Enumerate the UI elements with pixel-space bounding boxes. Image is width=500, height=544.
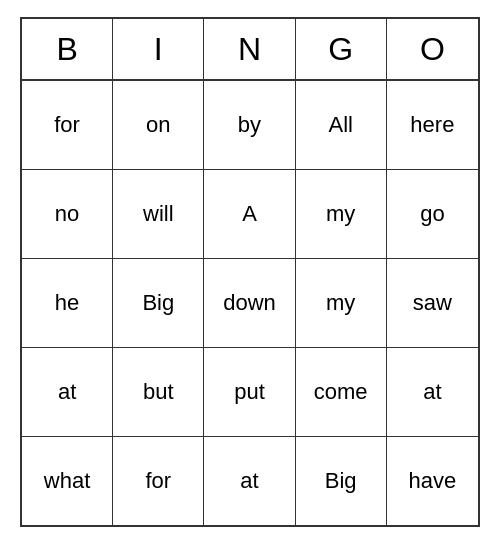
cell-3-4: at	[387, 348, 478, 436]
cell-0-3: All	[296, 81, 387, 169]
cell-3-2: put	[204, 348, 295, 436]
cell-2-3: my	[296, 259, 387, 347]
bingo-row: he Big down my saw	[22, 259, 478, 348]
bingo-body: for on by All here no will A my go he Bi…	[22, 81, 478, 525]
cell-4-0: what	[22, 437, 113, 525]
cell-3-3: come	[296, 348, 387, 436]
header-b: B	[22, 19, 113, 79]
cell-3-1: but	[113, 348, 204, 436]
cell-1-1: will	[113, 170, 204, 258]
cell-1-2: A	[204, 170, 295, 258]
header-n: N	[204, 19, 295, 79]
header-o: O	[387, 19, 478, 79]
cell-2-1: Big	[113, 259, 204, 347]
header-i: I	[113, 19, 204, 79]
cell-1-4: go	[387, 170, 478, 258]
cell-0-2: by	[204, 81, 295, 169]
cell-0-4: here	[387, 81, 478, 169]
cell-0-0: for	[22, 81, 113, 169]
bingo-row: what for at Big have	[22, 437, 478, 525]
bingo-header: B I N G O	[22, 19, 478, 81]
bingo-row: no will A my go	[22, 170, 478, 259]
cell-0-1: on	[113, 81, 204, 169]
cell-1-0: no	[22, 170, 113, 258]
cell-1-3: my	[296, 170, 387, 258]
cell-4-3: Big	[296, 437, 387, 525]
bingo-card: B I N G O for on by All here no will A m…	[20, 17, 480, 527]
cell-4-1: for	[113, 437, 204, 525]
bingo-row: at but put come at	[22, 348, 478, 437]
cell-4-4: have	[387, 437, 478, 525]
header-g: G	[296, 19, 387, 79]
cell-2-2: down	[204, 259, 295, 347]
bingo-row: for on by All here	[22, 81, 478, 170]
cell-2-4: saw	[387, 259, 478, 347]
cell-4-2: at	[204, 437, 295, 525]
cell-2-0: he	[22, 259, 113, 347]
cell-3-0: at	[22, 348, 113, 436]
